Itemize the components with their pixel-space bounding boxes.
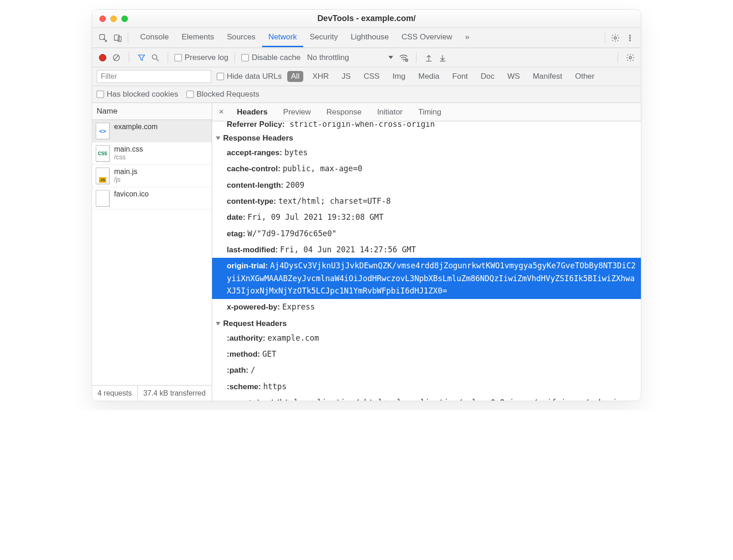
preserve-log-label: Preserve log <box>185 53 228 62</box>
subtab-headers[interactable]: Headers <box>230 104 274 120</box>
request-headers-section[interactable]: Request Headers <box>212 315 641 330</box>
tab-console[interactable]: Console <box>134 28 175 47</box>
throttling-select[interactable]: No throttling <box>307 53 393 62</box>
hide-data-urls-label: Hide data URLs <box>227 72 282 81</box>
header-row: origin-trial: Aj4DysCv3VjknU3jJvkDEwnQZK… <box>212 258 641 299</box>
svg-rect-2 <box>118 36 121 41</box>
filter-pill-doc[interactable]: Doc <box>477 71 498 82</box>
kebab-menu-icon[interactable] <box>623 31 637 45</box>
header-row: accept: text/html,application/xhtml+xml,… <box>212 395 641 401</box>
header-row: content-type: text/html; charset=UTF-8 <box>212 193 641 209</box>
header-value: GET <box>262 349 276 359</box>
filter-pill-manifest[interactable]: Manifest <box>529 71 566 82</box>
disable-cache-checkbox[interactable]: Disable cache <box>241 53 301 62</box>
divider <box>416 53 416 63</box>
filter-pill-js[interactable]: JS <box>338 71 355 82</box>
search-icon[interactable] <box>149 52 161 64</box>
maximize-window-button[interactable] <box>121 16 128 22</box>
filter-pill-all[interactable]: All <box>287 71 303 82</box>
header-row: etag: W/"7d9-179d76c65e0" <box>212 226 641 242</box>
has-blocked-cookies-checkbox[interactable]: Has blocked cookies <box>97 90 178 99</box>
header-value: strict-origin-when-cross-origin <box>290 121 435 129</box>
has-blocked-cookies-label: Has blocked cookies <box>107 90 178 99</box>
preserve-log-checkbox[interactable]: Preserve log <box>175 53 228 62</box>
filter-pill-ws[interactable]: WS <box>504 71 524 82</box>
name-column-header[interactable]: Name <box>92 103 212 120</box>
more-tabs-button[interactable]: » <box>459 28 476 47</box>
record-button[interactable] <box>97 52 109 64</box>
tab-lighthouse[interactable]: Lighthouse <box>344 28 395 47</box>
clear-button[interactable] <box>110 52 122 64</box>
chevron-down-icon <box>388 56 393 59</box>
header-row: cache-control: public, max-age=0 <box>212 161 641 177</box>
network-toolbar: Preserve log Disable cache No throttling <box>92 48 641 67</box>
subtab-initiator[interactable]: Initiator <box>371 104 409 120</box>
checkbox-icon <box>241 54 249 61</box>
disclosure-triangle-icon <box>216 136 220 140</box>
header-row: accept-ranges: bytes <box>212 145 641 161</box>
checkbox-icon <box>97 91 104 98</box>
request-row[interactable]: main.js /js <box>92 165 212 187</box>
network-settings-icon[interactable] <box>624 52 636 64</box>
divider <box>235 53 235 63</box>
filter-pill-font[interactable]: Font <box>449 71 471 82</box>
request-row[interactable]: CSS main.css /css <box>92 142 212 165</box>
blocked-requests-checkbox[interactable]: Blocked Requests <box>186 90 259 99</box>
upload-har-icon[interactable] <box>423 52 435 64</box>
panel-tabs: Console Elements Sources Network Securit… <box>134 28 476 47</box>
header-row: date: Fri, 09 Jul 2021 19:32:08 GMT <box>212 209 641 225</box>
filter-pill-img[interactable]: Img <box>389 71 409 82</box>
header-key: cache-control: <box>227 164 280 173</box>
header-row: :path: / <box>212 362 641 378</box>
headers-details[interactable]: Referrer Policy: strict-origin-when-cros… <box>212 121 641 401</box>
divider <box>128 33 128 43</box>
subtab-timing[interactable]: Timing <box>412 104 448 120</box>
tab-security[interactable]: Security <box>303 28 344 47</box>
tab-elements[interactable]: Elements <box>175 28 220 47</box>
tab-sources[interactable]: Sources <box>220 28 262 47</box>
checkbox-icon <box>186 91 194 98</box>
tab-network[interactable]: Network <box>262 28 303 47</box>
subtab-response[interactable]: Response <box>320 104 368 120</box>
device-toolbar-icon[interactable] <box>110 31 125 45</box>
filter-pill-xhr[interactable]: XHR <box>309 71 333 82</box>
header-key: date: <box>227 213 246 222</box>
request-name: example.com <box>114 123 158 131</box>
header-key: content-type: <box>227 197 276 206</box>
subtab-preview[interactable]: Preview <box>277 104 317 120</box>
header-row: Referrer Policy: strict-origin-when-cros… <box>212 121 641 130</box>
window-controls <box>92 16 128 22</box>
close-window-button[interactable] <box>99 16 106 22</box>
header-value: text/html; charset=UTF-8 <box>278 196 391 206</box>
inspect-element-icon[interactable] <box>96 31 110 45</box>
header-key: origin-trial: <box>227 261 268 270</box>
window-title: DevTools - example.com/ <box>92 14 641 23</box>
status-transferred: 37.4 kB transferred <box>138 386 211 401</box>
hide-data-urls-checkbox[interactable]: Hide data URLs <box>217 72 282 81</box>
filter-input[interactable]: Filter <box>97 70 211 83</box>
generic-file-icon <box>96 190 109 207</box>
settings-icon[interactable] <box>608 31 623 45</box>
header-row: content-length: 2009 <box>212 177 641 193</box>
response-headers-section[interactable]: Response Headers <box>212 130 641 145</box>
filter-pill-media[interactable]: Media <box>415 71 443 82</box>
close-details-button[interactable]: × <box>215 107 228 117</box>
network-conditions-icon[interactable] <box>398 52 410 64</box>
header-value: Aj4DysCv3VjknU3jJvkDEwnQZK/vmse4rdd8jZog… <box>227 261 636 295</box>
minimize-window-button[interactable] <box>110 16 117 22</box>
request-row[interactable]: favicon.ico <box>92 187 212 210</box>
tab-css-overview[interactable]: CSS Overview <box>395 28 459 47</box>
filter-pill-css[interactable]: CSS <box>360 71 383 82</box>
download-har-icon[interactable] <box>437 52 449 64</box>
filter-pill-other[interactable]: Other <box>571 71 598 82</box>
header-key: :scheme: <box>227 382 261 391</box>
details-tabstrip: × Headers Preview Response Initiator Tim… <box>212 103 641 121</box>
network-split-view: Name <> example.com CSS main.css /css <box>92 103 641 401</box>
request-row[interactable]: <> example.com <box>92 120 212 142</box>
throttling-value: No throttling <box>307 53 349 62</box>
section-title: Request Headers <box>223 319 287 328</box>
status-bar: 4 requests 37.4 kB transferred <box>92 385 212 401</box>
request-name: main.css <box>114 145 143 153</box>
request-path: /css <box>114 153 143 161</box>
filter-icon[interactable] <box>136 52 148 64</box>
